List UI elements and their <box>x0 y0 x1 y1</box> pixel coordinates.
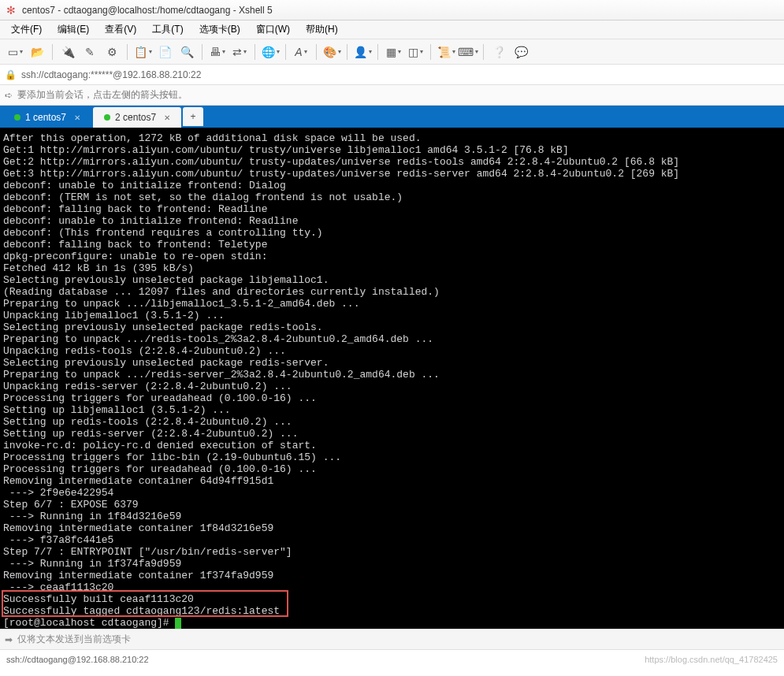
terminal-line: Fetched 412 kB in 1s (395 kB/s) <box>3 262 781 274</box>
send-bar: ➡ 仅将文本发送到当前选项卡 <box>0 629 784 649</box>
terminal-output[interactable]: After this operation, 1272 kB of additio… <box>0 128 784 629</box>
tab-centos7-2[interactable]: 2 centos7 ✕ <box>93 107 181 128</box>
menu-tabs[interactable]: 选项卡(B) <box>193 21 247 38</box>
terminal-line: Removing intermediate container 1f374fa9… <box>3 570 781 581</box>
menu-view[interactable]: 查看(V) <box>98 21 143 38</box>
separator <box>483 44 484 60</box>
terminal-line: Processing triggers for libc-bin (2.19-0… <box>3 451 781 463</box>
menu-help[interactable]: 帮助(H) <box>299 21 344 38</box>
separator <box>202 44 203 60</box>
separator <box>127 44 128 60</box>
toolbar: ▭ 📂 🔌 ✎ ⚙ 📋 📄 🔍 🖶 ⇄ 🌐 A 🎨 👤 ▦ ◫ 📜 ⌨ ❔ 💬 <box>0 39 784 65</box>
arrow-icon[interactable]: ➪ <box>5 90 13 101</box>
split-button[interactable]: ◫ <box>405 42 425 62</box>
separator <box>430 44 431 60</box>
address-bar: 🔒 ssh://cdtaogang:******@192.168.88.210:… <box>0 65 784 85</box>
terminal-line: Step 6/7 : EXPOSE 6379 <box>3 499 781 511</box>
terminal-line: Preparing to unpack .../redis-server_2%3… <box>3 369 781 381</box>
menu-window[interactable]: 窗口(W) <box>250 21 296 38</box>
terminal-line: debconf: (This frontend requires a contr… <box>3 227 781 239</box>
properties-button[interactable]: ⚙ <box>102 42 122 62</box>
menu-edit[interactable]: 编辑(E) <box>51 21 95 38</box>
terminal-line: Processing triggers for ureadahead (0.10… <box>3 463 781 475</box>
status-bar: ssh://cdtaogang@192.168.88.210:22 https:… <box>0 649 784 668</box>
open-button[interactable]: 📂 <box>27 42 47 62</box>
terminal-line: Removing intermediate container 1f84d321… <box>3 522 781 534</box>
status-connection: ssh://cdtaogang@192.168.88.210:22 <box>6 655 149 664</box>
separator <box>316 44 317 60</box>
menubar: 文件(F) 编辑(E) 查看(V) 工具(T) 选项卡(B) 窗口(W) 帮助(… <box>0 20 784 39</box>
separator <box>52 44 53 60</box>
keyboard-button[interactable]: ⌨ <box>458 42 478 62</box>
terminal-line: After this operation, 1272 kB of additio… <box>3 132 781 144</box>
reconnect-button[interactable]: 🔌 <box>58 42 78 62</box>
terminal-line: ---> Running in 1f374fa9d959 <box>3 558 781 570</box>
terminal-line: Unpacking redis-server (2:2.8.4-2ubuntu0… <box>3 381 781 392</box>
chat-button[interactable]: 💬 <box>511 42 531 62</box>
send-icon[interactable]: ➡ <box>5 634 13 645</box>
globe-button[interactable]: 🌐 <box>260 42 281 62</box>
layout-button[interactable]: ▦ <box>383 42 403 62</box>
terminal-line: (Reading database ... 12097 files and di… <box>3 286 781 298</box>
terminal-line: Processing triggers for ureadahead (0.10… <box>3 392 781 404</box>
terminal-line: Selecting previously unselected package … <box>3 274 781 286</box>
terminal-line: debconf: falling back to frontend: Telet… <box>3 239 781 251</box>
terminal-line: Get:1 http://mirrors.aliyun.com/ubuntu/ … <box>3 144 781 156</box>
cursor <box>175 618 181 629</box>
terminal-line: debconf: (TERM is not set, so the dialog… <box>3 191 781 203</box>
terminal-line: Removing intermediate container 64d94ff9… <box>3 475 781 487</box>
window-titlebar: ✻ centos7 - cdtaogang@localhost:/home/cd… <box>0 0 784 20</box>
terminal-line: Successfully tagged cdtaogang123/redis:l… <box>3 605 781 617</box>
status-dot-icon <box>14 114 20 121</box>
terminal-line: ---> ceaaf1113c20 <box>3 581 781 593</box>
app-icon: ✻ <box>5 4 17 17</box>
tab-label: 1 centos7 <box>25 112 66 123</box>
menu-file[interactable]: 文件(F) <box>5 21 48 38</box>
terminal-line: invoke-rc.d: policy-rc.d denied executio… <box>3 440 781 451</box>
tab-label: 2 centos7 <box>115 112 156 123</box>
terminal-prompt[interactable]: [root@localhost cdtaogang]# <box>3 617 781 629</box>
terminal-line: Step 7/7 : ENTRYPOINT ["/usr/bin/redis-s… <box>3 546 781 558</box>
terminal-line: Get:3 http://mirrors.aliyun.com/ubuntu/ … <box>3 168 781 180</box>
watermark: https://blog.csdn.net/qq_41782425 <box>645 655 778 664</box>
status-dot-icon <box>104 114 110 121</box>
separator <box>255 44 255 60</box>
menu-tools[interactable]: 工具(T) <box>146 21 189 38</box>
color-button[interactable]: 🎨 <box>321 42 342 62</box>
terminal-line: debconf: falling back to frontend: Readl… <box>3 203 781 215</box>
separator <box>347 44 347 60</box>
terminal-line: ---> Running in 1f84d3216e59 <box>3 511 781 522</box>
paste-button[interactable]: 📄 <box>154 42 175 62</box>
terminal-line: Selecting previously unselected package … <box>3 321 781 333</box>
terminal-line: Setting up redis-server (2:2.8.4-2ubuntu… <box>3 428 781 440</box>
help-button[interactable]: ❔ <box>489 42 509 62</box>
transfer-button[interactable]: ⇄ <box>229 42 250 62</box>
close-icon[interactable]: ✕ <box>74 113 80 122</box>
font-button[interactable]: A <box>291 42 311 62</box>
send-placeholder[interactable]: 仅将文本发送到当前选项卡 <box>17 633 131 646</box>
terminal-line: Preparing to unpack .../libjemalloc1_3.5… <box>3 298 781 310</box>
disconnect-button[interactable]: ✎ <box>80 42 100 62</box>
new-session-button[interactable]: ▭ <box>5 42 25 62</box>
user-button[interactable]: 👤 <box>352 42 373 62</box>
terminal-line: debconf: unable to initialize frontend: … <box>3 215 781 227</box>
tab-centos7-1[interactable]: 1 centos7 ✕ <box>3 107 91 128</box>
copy-button[interactable]: 📋 <box>132 42 153 62</box>
terminal-line: Setting up redis-tools (2:2.8.4-2ubuntu0… <box>3 416 781 428</box>
terminal-line: Selecting previously unselected package … <box>3 357 781 369</box>
lock-icon: 🔒 <box>5 69 17 80</box>
script-button[interactable]: 📜 <box>436 42 456 62</box>
hint-text: 要添加当前会话，点击左侧的箭头按钮。 <box>17 88 188 102</box>
address-text[interactable]: ssh://cdtaogang:******@192.168.88.210:22 <box>21 69 201 80</box>
terminal-line: debconf: unable to initialize frontend: … <box>3 180 781 191</box>
terminal-line: Setting up libjemalloc1 (3.5.1-2) ... <box>3 404 781 416</box>
terminal-line: ---> f37a8fc441e5 <box>3 534 781 546</box>
terminal-line: ---> 2f9e6e422954 <box>3 487 781 499</box>
close-icon[interactable]: ✕ <box>164 113 170 122</box>
print-button[interactable]: 🖶 <box>207 42 228 62</box>
tab-add-button[interactable]: + <box>183 107 203 126</box>
terminal-line: Unpacking redis-tools (2:2.8.4-2ubuntu0.… <box>3 345 781 357</box>
terminal-line: dpkg-preconfigure: unable to re-open std… <box>3 251 781 262</box>
terminal-line: Successfully built ceaaf1113c20 <box>3 593 781 605</box>
find-button[interactable]: 🔍 <box>176 42 197 62</box>
